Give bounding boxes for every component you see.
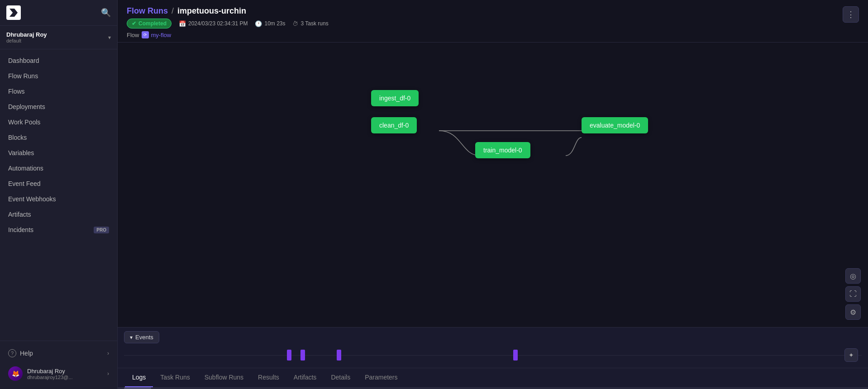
breadcrumb-flow-runs-link[interactable]: Flow Runs [127,6,168,16]
workspace-name: Dhrubaraj Roy [6,31,47,38]
main-content: Flow Runs / impetuous-urchin ✔ Completed… [118,0,868,389]
breadcrumb: Flow Runs / impetuous-urchin [127,6,859,16]
flow-ref-row: Flow ⟳ my-flow [127,31,859,38]
graph-controls: ◎ ⛶ ⚙ [845,268,861,320]
nav-item-label: Variables [8,149,34,157]
timeline-expand-button[interactable]: ✦ [844,348,858,362]
workspace-info: Dhrubaraj Roy default [6,31,47,43]
sidebar-item-dashboard[interactable]: Dashboard [0,53,117,68]
meta-row: ✔ Completed 📅 2024/03/23 02:34:31 PM 🕐 1… [127,19,859,28]
user-email: dhrubarajroy123@... [27,375,72,380]
nav-item-label: Automations [8,165,43,172]
sidebar-nav: DashboardFlow RunsFlowsDeploymentsWork P… [0,49,117,341]
page-header: Flow Runs / impetuous-urchin ✔ Completed… [118,0,868,43]
sidebar-item-event-feed[interactable]: Event Feed [0,176,117,191]
duration-value: 10m 23s [264,20,285,27]
sidebar-item-automations[interactable]: Automations [0,161,117,176]
connections-svg [118,43,868,327]
workspace-selector[interactable]: Dhrubaraj Roy default ▾ [0,26,117,49]
sidebar-item-deployments[interactable]: Deployments [0,99,117,114]
chevron-down-icon: ▾ [130,334,133,341]
tasks-icon: ⏱ [292,20,298,27]
chevron-right-icon: › [107,370,109,377]
scroll-indicator [118,387,868,389]
timeline-spike-3 [513,350,518,361]
nav-item-label: Event Webhooks [8,195,56,203]
flow-link-label: my-flow [151,32,171,38]
graph-node-ingest_df-0[interactable]: ingest_df-0 [371,90,419,106]
more-options-button[interactable]: ⋮ [843,6,859,23]
pro-badge: PRO [94,227,109,233]
nav-item-label: Incidents [8,226,33,233]
calendar-icon: 📅 [179,20,186,27]
nav-item-label: Deployments [8,103,45,110]
check-icon: ✔ [132,20,136,27]
clock-icon: 🕐 [255,20,262,27]
logo [6,5,21,20]
tab-logs[interactable]: Logs [125,368,153,387]
timeline-line [124,355,862,356]
graph-node-evaluate_model-0[interactable]: evaluate_model-0 [582,117,648,133]
duration-meta: 🕐 10m 23s [255,20,285,27]
graph-canvas: ingest_df-0clean_df-0train_model-0evalua… [118,43,868,327]
timeline-spike-1 [300,350,305,361]
events-bar: ▾ Events ✦ [118,327,868,368]
user-name: Dhrubaraj Roy [27,368,72,375]
timeline-spike-0 [287,350,291,361]
nav-item-label: Blocks [8,134,27,141]
task-runs-meta: ⏱ 3 Task runs [292,20,328,27]
tab-parameters[interactable]: Parameters [358,368,405,387]
sidebar-item-work-pools[interactable]: Work Pools [0,114,117,130]
sidebar-item-variables[interactable]: Variables [0,145,117,161]
avatar: 🦊 [8,366,23,381]
status-badge: ✔ Completed [127,19,172,28]
tab-subflow-runs[interactable]: Subflow Runs [197,368,251,387]
chevron-right-icon: › [107,350,109,356]
flow-icon: ⟳ [142,31,149,38]
nav-item-label: Artifacts [8,211,31,218]
help-icon: ? [8,349,16,357]
tab-artifacts[interactable]: Artifacts [286,368,324,387]
nav-item-label: Flow Runs [8,72,38,80]
expand-view-button[interactable]: ⛶ [845,286,861,302]
nav-item-label: Dashboard [8,57,39,64]
nav-item-label: Work Pools [8,119,40,126]
search-button[interactable]: 🔍 [101,8,111,18]
header-actions: ⋮ [843,6,859,23]
events-toggle[interactable]: ▾ Events [124,331,159,343]
graph-node-clean_df-0[interactable]: clean_df-0 [371,117,417,133]
target-view-button[interactable]: ◎ [845,268,861,284]
workspace-env: default [6,38,47,43]
sidebar-item-incidents[interactable]: IncidentsPRO [0,222,117,237]
nav-item-label: Event Feed [8,180,41,187]
sidebar-item-event-webhooks[interactable]: Event Webhooks [0,191,117,207]
sidebar-item-flow-runs[interactable]: Flow Runs [0,68,117,84]
tab-details[interactable]: Details [324,368,358,387]
tab-results[interactable]: Results [251,368,286,387]
sidebar-item-flows[interactable]: Flows [0,84,117,99]
page-title: impetuous-urchin [177,6,246,16]
breadcrumb-separator: / [172,6,174,16]
sidebar-item-artifacts[interactable]: Artifacts [0,207,117,222]
timeline-spike-2 [337,350,341,361]
sidebar-bottom: ? Help › 🦊 Dhrubaraj Roy dhrubarajroy123… [0,341,117,389]
help-item[interactable]: ? Help › [0,345,117,362]
nav-item-label: Flows [8,88,25,95]
events-label: Events [135,334,153,341]
flow-link[interactable]: ⟳ my-flow [142,31,171,38]
tabs-bar: LogsTask RunsSubflow RunsResultsArtifact… [118,368,868,387]
date-value: 2024/03/23 02:34:31 PM [188,20,248,27]
user-profile-row[interactable]: 🦊 Dhrubaraj Roy dhrubarajroy123@... › [0,362,117,385]
sidebar-item-blocks[interactable]: Blocks [0,130,117,145]
settings-button[interactable]: ⚙ [845,304,861,320]
status-label: Completed [138,20,167,27]
date-meta: 📅 2024/03/23 02:34:31 PM [179,20,248,27]
flow-label: Flow [127,32,139,38]
graph-node-train_model-0[interactable]: train_model-0 [475,142,530,158]
avatar-emoji: 🦊 [12,370,19,377]
timeline-row: ✦ [124,346,862,364]
graph-area[interactable]: ingest_df-0clean_df-0train_model-0evalua… [118,43,868,327]
scroll-thumb [124,387,151,389]
chevron-down-icon: ▾ [108,34,111,41]
tab-task-runs[interactable]: Task Runs [153,368,197,387]
